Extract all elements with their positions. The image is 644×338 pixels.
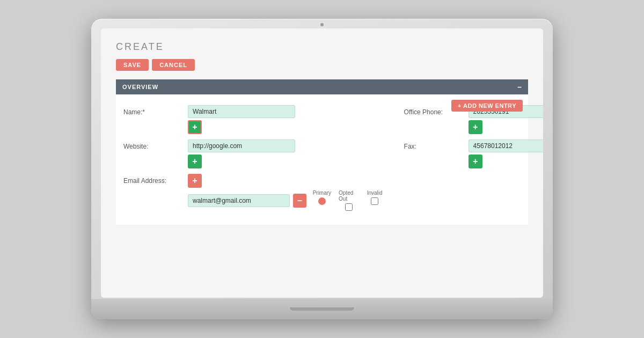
name-label: Name:* <box>123 105 188 116</box>
email-controls: + – Primary <box>188 174 383 211</box>
primary-radio[interactable] <box>318 197 326 205</box>
email-row: Email Address: + – Primary <box>123 174 383 211</box>
website-add-button[interactable]: + <box>188 155 202 168</box>
name-row: Name:* + <box>123 105 383 134</box>
opted-out-checkbox[interactable] <box>345 203 353 211</box>
email-add-button[interactable]: + <box>188 174 202 188</box>
website-label: Website: <box>123 139 188 150</box>
section-title: OVERVIEW <box>122 84 158 90</box>
minimize-button[interactable]: – <box>517 83 522 91</box>
invalid-option: Invalid <box>367 190 383 205</box>
section-body: + ADD NEW ENTRY Name:* + <box>116 94 528 225</box>
primary-label: Primary <box>313 190 331 196</box>
name-input[interactable] <box>188 105 295 118</box>
page-title: CREATE <box>116 41 528 53</box>
email-options: Primary Opted Out Invalid <box>313 190 383 211</box>
right-column: Office Phone: + Fax: + <box>404 105 543 214</box>
email-remove-button[interactable]: – <box>293 194 306 208</box>
fax-label: Fax: <box>404 139 469 150</box>
laptop-base <box>91 299 553 319</box>
invalid-label: Invalid <box>367 190 383 196</box>
fax-controls: + <box>469 139 543 168</box>
primary-option: Primary <box>313 190 331 205</box>
office-phone-add-button[interactable]: + <box>469 120 482 134</box>
website-input[interactable] <box>188 139 295 152</box>
form-columns: Name:* + Website: + <box>123 105 521 214</box>
website-controls: + <box>188 139 295 168</box>
opted-out-label: Opted Out <box>339 190 360 202</box>
fax-input[interactable] <box>469 139 543 152</box>
fax-row: Fax: + <box>404 139 543 168</box>
laptop-screen: CREATE SAVE CANCEL OVERVIEW – + ADD NEW … <box>101 28 543 298</box>
invalid-checkbox[interactable] <box>371 197 378 205</box>
laptop-frame: CREATE SAVE CANCEL OVERVIEW – + ADD NEW … <box>91 19 553 319</box>
fax-add-button[interactable]: + <box>469 155 482 168</box>
email-input[interactable] <box>188 194 290 207</box>
name-add-button[interactable]: + <box>188 120 202 134</box>
add-new-entry-button[interactable]: + ADD NEW ENTRY <box>451 100 523 112</box>
left-column: Name:* + Website: + <box>123 105 383 214</box>
toolbar: SAVE CANCEL <box>116 59 528 71</box>
cancel-button[interactable]: CANCEL <box>152 59 195 71</box>
screen-content: CREATE SAVE CANCEL OVERVIEW – + ADD NEW … <box>101 28 543 298</box>
opted-out-option: Opted Out <box>339 190 360 211</box>
section-header: OVERVIEW – <box>116 79 528 94</box>
website-row: Website: + <box>123 139 383 168</box>
save-button[interactable]: SAVE <box>116 59 149 71</box>
email-entry-row: – Primary Opted Out <box>188 190 383 211</box>
email-label: Email Address: <box>123 174 188 185</box>
camera-dot <box>320 23 324 26</box>
name-controls: + <box>188 105 295 134</box>
